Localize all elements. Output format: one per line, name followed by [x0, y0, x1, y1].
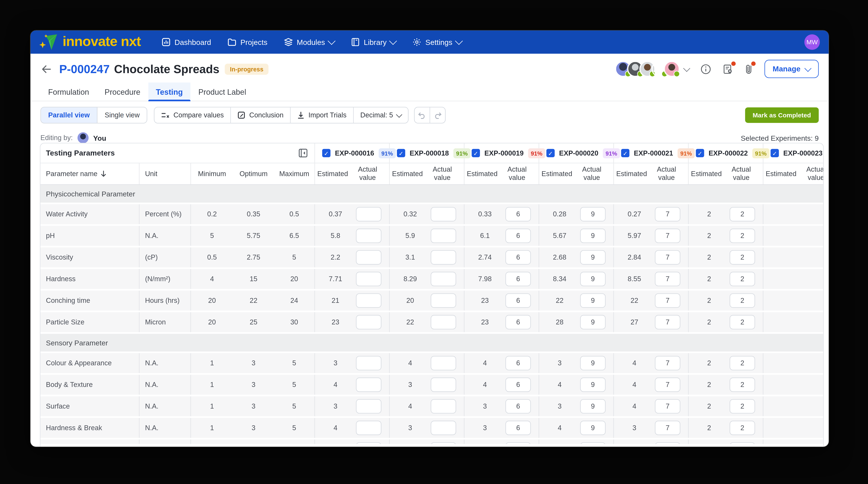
actual-value-input[interactable] — [730, 377, 755, 392]
experiment-checkbox[interactable]: ✓ — [472, 149, 480, 157]
actual-value-input[interactable] — [655, 250, 680, 265]
actual-value-input[interactable] — [431, 315, 456, 329]
actual-value-input[interactable] — [356, 399, 381, 414]
actual-value-input[interactable] — [655, 356, 680, 370]
actual-value-input[interactable] — [356, 315, 381, 329]
actual-value-input[interactable] — [505, 207, 531, 221]
experiment-id[interactable]: EXP-000021 — [634, 149, 673, 157]
experiment-checkbox[interactable]: ✓ — [397, 149, 405, 157]
actual-value-input[interactable] — [730, 250, 755, 265]
actual-value-input[interactable] — [580, 272, 606, 286]
chevron-down-icon[interactable] — [683, 65, 690, 72]
actual-value-input[interactable] — [505, 315, 531, 329]
actual-value-input[interactable] — [580, 229, 606, 243]
tab-formulation[interactable]: Formulation — [40, 83, 97, 101]
nav-item-library[interactable]: Library — [351, 38, 396, 47]
actual-value-input[interactable] — [356, 421, 381, 435]
actual-value-input[interactable] — [356, 207, 381, 221]
notes-button[interactable] — [722, 63, 733, 74]
import-trials-button[interactable]: Import Trials — [290, 108, 353, 123]
tab-procedure[interactable]: Procedure — [97, 83, 148, 101]
actual-value-input[interactable] — [655, 315, 680, 329]
collapse-panel-icon[interactable] — [299, 148, 308, 158]
actual-value-input[interactable] — [505, 356, 531, 370]
actual-value-input[interactable] — [505, 399, 531, 414]
decimal-select[interactable]: Decimal: 5 — [353, 108, 408, 123]
experiment-checkbox[interactable]: ✓ — [771, 149, 779, 157]
collaborator-avatars[interactable] — [615, 61, 689, 77]
actual-value-input[interactable] — [431, 399, 456, 414]
actual-value-input[interactable] — [655, 272, 680, 286]
actual-value-input[interactable] — [580, 250, 606, 265]
nav-item-settings[interactable]: Settings — [412, 38, 462, 47]
actual-value-input[interactable] — [730, 421, 755, 435]
actual-value-input[interactable] — [431, 250, 456, 265]
actual-value-input[interactable] — [356, 229, 381, 243]
col-header-parameter[interactable]: Parameter name — [40, 163, 140, 184]
actual-value-input[interactable] — [431, 293, 456, 308]
experiment-checkbox[interactable]: ✓ — [621, 149, 629, 157]
actual-value-input[interactable] — [730, 356, 755, 370]
actual-value-input[interactable] — [655, 421, 680, 435]
experiment-checkbox[interactable]: ✓ — [546, 149, 555, 157]
actual-value-input[interactable] — [580, 377, 606, 392]
actual-value-input[interactable] — [356, 272, 381, 286]
info-button[interactable] — [700, 63, 711, 74]
actual-value-input[interactable] — [580, 207, 606, 221]
actual-value-input[interactable] — [431, 229, 456, 243]
undo-button[interactable] — [414, 108, 430, 123]
actual-value-input[interactable] — [431, 356, 456, 370]
actual-value-input[interactable] — [505, 250, 531, 265]
actual-value-input[interactable] — [655, 207, 680, 221]
attachments-button[interactable] — [744, 63, 753, 74]
single-view-button[interactable]: Single view — [97, 108, 147, 123]
actual-value-input[interactable] — [580, 356, 606, 370]
actual-value-input[interactable] — [655, 377, 680, 392]
actual-value-input[interactable] — [505, 377, 531, 392]
actual-value-input[interactable] — [505, 272, 531, 286]
actual-value-input[interactable] — [655, 399, 680, 414]
actual-value-input[interactable] — [730, 272, 755, 286]
actual-value-input[interactable] — [730, 315, 755, 329]
experiment-id[interactable]: EXP-000019 — [485, 149, 524, 157]
actual-value-input[interactable] — [505, 293, 531, 308]
actual-value-input[interactable] — [730, 229, 755, 243]
actual-value-input[interactable] — [431, 272, 456, 286]
actual-value-input[interactable] — [505, 421, 531, 435]
actual-value-input[interactable] — [431, 377, 456, 392]
horizontal-scrollbar[interactable] — [40, 444, 823, 447]
parallel-view-button[interactable]: Parallel view — [41, 108, 97, 123]
tab-product-label[interactable]: Product Label — [190, 83, 254, 101]
actual-value-input[interactable] — [356, 356, 381, 370]
experiment-checkbox[interactable]: ✓ — [696, 149, 704, 157]
experiment-id[interactable]: EXP-000023 — [783, 149, 823, 157]
actual-value-input[interactable] — [356, 293, 381, 308]
compare-values-button[interactable]: Compare values — [155, 108, 230, 123]
actual-value-input[interactable] — [730, 207, 755, 221]
actual-value-input[interactable] — [730, 293, 755, 308]
actual-value-input[interactable] — [580, 315, 606, 329]
nav-item-projects[interactable]: Projects — [227, 38, 268, 47]
experiment-id[interactable]: EXP-000016 — [335, 149, 374, 157]
nav-item-dashboard[interactable]: Dashboard — [162, 38, 211, 47]
experiment-checkbox[interactable]: ✓ — [322, 149, 330, 157]
actual-value-input[interactable] — [505, 229, 531, 243]
experiment-id[interactable]: EXP-000022 — [709, 149, 748, 157]
actual-value-input[interactable] — [356, 377, 381, 392]
brand-logo[interactable]: innovate nxt — [39, 34, 141, 50]
actual-value-input[interactable] — [580, 421, 606, 435]
nav-item-modules[interactable]: Modules — [284, 38, 334, 47]
redo-button[interactable] — [430, 108, 445, 123]
experiment-id[interactable]: EXP-000018 — [410, 149, 449, 157]
actual-value-input[interactable] — [655, 293, 680, 308]
actual-value-input[interactable] — [730, 399, 755, 414]
back-button[interactable] — [40, 63, 53, 75]
manage-button[interactable]: Manage — [764, 60, 819, 78]
tab-testing[interactable]: Testing — [148, 83, 190, 101]
actual-value-input[interactable] — [431, 421, 456, 435]
actual-value-input[interactable] — [431, 207, 456, 221]
user-avatar[interactable]: MW — [804, 34, 820, 50]
actual-value-input[interactable] — [655, 229, 680, 243]
mark-completed-button[interactable]: Mark as Completed — [745, 108, 819, 123]
actual-value-input[interactable] — [580, 293, 606, 308]
